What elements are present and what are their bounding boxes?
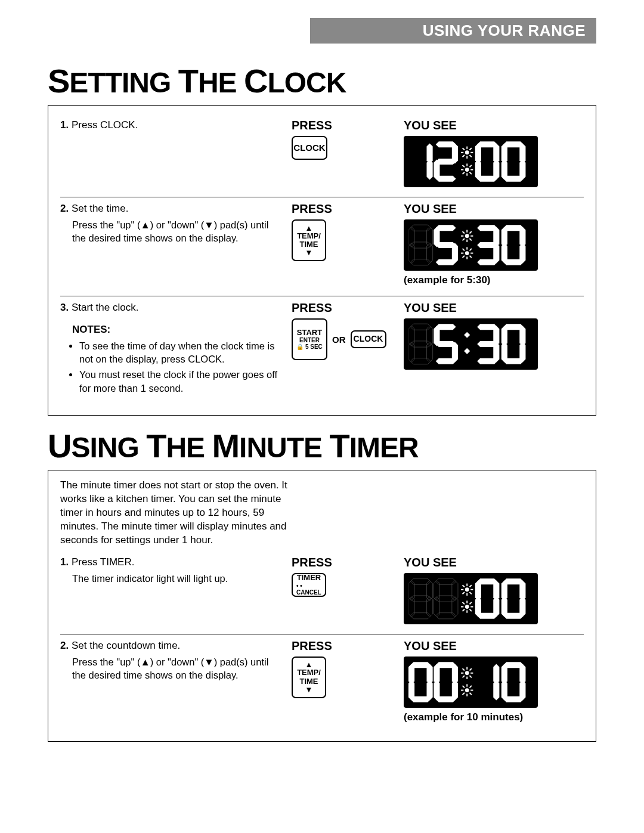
- note-item: To see the time of day when the clock ti…: [79, 339, 281, 366]
- yousee-label: YOU SEE: [404, 301, 541, 315]
- step-number: 1.: [60, 556, 69, 568]
- step-text: Press CLOCK.: [72, 119, 138, 131]
- yousee-label: YOU SEE: [404, 556, 541, 569]
- press-label: PRESS: [292, 202, 393, 216]
- section-title-timer: USING THE MINUTE TIMER: [48, 426, 596, 465]
- step-text: Set the countdown time.: [72, 640, 180, 651]
- lcd-display-00-blink: [404, 573, 538, 624]
- temp-time-key: ▲ TEMP/ TIME ▼: [292, 219, 326, 261]
- up-arrow-icon: ▲: [305, 224, 313, 232]
- clock-step-2: 2. Set the time. Press the "up" (▲) or "…: [60, 197, 584, 296]
- section-title-clock: SETTING THE CLOCK: [48, 61, 596, 100]
- panel-timer: The minute timer does not start or stop …: [48, 470, 596, 742]
- temp-time-key: ▲ TEMP/ TIME ▼: [292, 657, 326, 698]
- clock-step-1: 1. Press CLOCK. PRESS CLOCK YOU SEE: [60, 114, 584, 197]
- step-sub: The timer indicator light will light up.: [72, 572, 281, 585]
- step-number: 2.: [60, 203, 69, 214]
- step-number: 3.: [60, 302, 69, 313]
- timer-key: TIMER • • CANCEL: [292, 573, 326, 597]
- notes-heading: NOTES:: [72, 323, 281, 337]
- lcd-display-530-blink: [404, 219, 538, 271]
- yousee-label: YOU SEE: [404, 202, 541, 216]
- press-label: PRESS: [292, 301, 393, 315]
- example-caption: (example for 10 minutes): [404, 711, 541, 723]
- header-banner: USING YOUR RANGE: [310, 18, 596, 44]
- step-text: Press TIMER.: [72, 556, 134, 568]
- example-caption: (example for 5:30): [404, 274, 541, 286]
- clock-step-3: 3. Start the clock. NOTES: To see the ti…: [60, 296, 584, 407]
- start-enter-key: START ENTER 🔒 5 SEC: [292, 318, 327, 360]
- step-text: Set the time.: [72, 203, 128, 214]
- lock-icon: 🔒 5 SEC: [296, 343, 323, 350]
- yousee-label: YOU SEE: [404, 639, 541, 653]
- step-number: 2.: [60, 640, 69, 651]
- step-number: 1.: [60, 119, 69, 131]
- panel-clock: 1. Press CLOCK. PRESS CLOCK YOU SEE 2. S…: [48, 105, 596, 416]
- press-label: PRESS: [292, 119, 393, 132]
- timer-step-1: 1. Press TIMER. The timer indicator ligh…: [60, 551, 584, 634]
- lcd-display-530: [404, 318, 538, 370]
- yousee-label: YOU SEE: [404, 119, 541, 132]
- press-label: PRESS: [292, 639, 393, 653]
- step-sub: Press the "up" (▲) or "down" (▼) pad(s) …: [72, 218, 281, 245]
- lcd-display-1200: [404, 136, 538, 187]
- step-text: Start the clock.: [72, 302, 138, 313]
- note-item: You must reset the clock if the power go…: [79, 368, 281, 395]
- clock-key: CLOCK: [292, 136, 327, 160]
- press-label: PRESS: [292, 556, 393, 569]
- step-sub: Press the "up" (▲) or "down" (▼) pad(s) …: [72, 655, 281, 682]
- lcd-display-0010: [404, 657, 538, 708]
- timer-step-2: 2. Set the countdown time. Press the "up…: [60, 634, 584, 733]
- or-text: OR: [332, 335, 346, 345]
- timer-intro: The minute timer does not start or stop …: [60, 479, 293, 547]
- clock-key: CLOCK: [351, 330, 386, 348]
- down-arrow-icon: ▼: [305, 686, 313, 693]
- down-arrow-icon: ▼: [305, 249, 313, 256]
